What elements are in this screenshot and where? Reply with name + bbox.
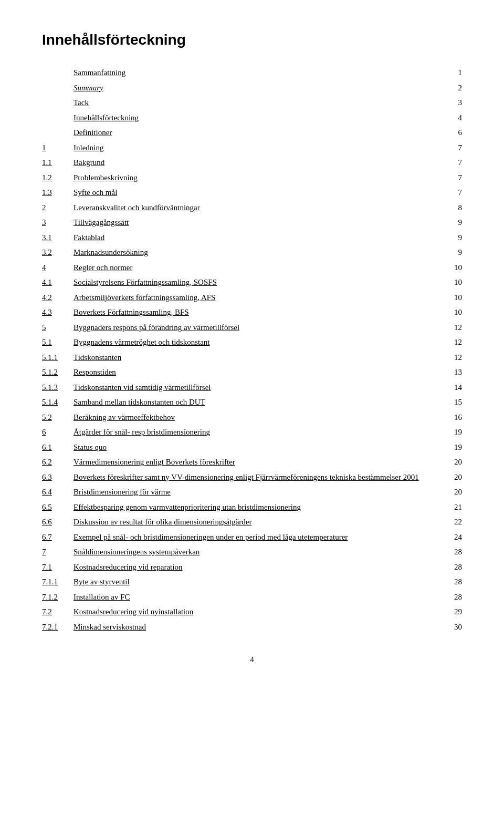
toc-page: 12 — [441, 320, 462, 335]
toc-number: 6.3 — [42, 470, 74, 485]
toc-title[interactable]: Kostnadsreducering vid reparation — [74, 560, 441, 575]
toc-title[interactable]: Faktablad — [74, 230, 441, 245]
toc-number: 3.2 — [42, 245, 74, 260]
toc-number: 1.3 — [42, 185, 74, 200]
toc-number: 6.4 — [42, 484, 74, 500]
toc-page: 28 — [441, 560, 462, 575]
toc-number: 5.1.4 — [42, 395, 74, 410]
toc-page: 9 — [441, 215, 462, 230]
toc-page: 3 — [441, 95, 462, 110]
list-item: 6.5Effektbesparing genom varmvattenprior… — [42, 500, 462, 515]
toc-page: 20 — [441, 484, 462, 500]
list-item: 6Åtgärder för snål- resp bristdimensione… — [42, 425, 462, 440]
toc-title[interactable]: Arbetsmiljöverkets författningssamling, … — [74, 290, 441, 305]
list-item: 7Snåldimensioneringens systempåverkan28 — [42, 544, 462, 560]
toc-number — [42, 95, 74, 110]
toc-number: 6.7 — [42, 530, 74, 545]
toc-number: 1 — [42, 140, 74, 156]
toc-number: 6 — [42, 425, 74, 440]
toc-page: 7 — [441, 185, 462, 200]
toc-title[interactable]: Summary — [74, 80, 441, 96]
toc-page: 14 — [441, 380, 462, 395]
list-item: 5.1.2Responstiden13 — [42, 365, 462, 380]
toc-title[interactable]: Tack — [74, 95, 441, 110]
toc-page: 9 — [441, 245, 462, 260]
toc-number: 4.1 — [42, 275, 74, 290]
list-item: 1.3Syfte och mål7 — [42, 185, 462, 200]
toc-number: 5.1 — [42, 335, 74, 350]
toc-title[interactable]: Snåldimensioneringens systempåverkan — [74, 544, 441, 560]
toc-title[interactable]: Marknadsundersökning — [74, 245, 441, 260]
toc-page: 6 — [441, 125, 462, 140]
toc-title[interactable]: Tidskonstanten — [74, 350, 441, 365]
toc-page: 19 — [441, 425, 462, 440]
list-item: 6.4Bristdimensionering för värme20 — [42, 484, 462, 500]
toc-title[interactable]: Diskussion av resultat för olika dimensi… — [74, 514, 441, 530]
toc-title[interactable]: Åtgärder för snål- resp bristdimensioner… — [74, 425, 441, 440]
toc-number: 6.1 — [42, 440, 74, 455]
toc-page: 28 — [441, 590, 462, 605]
toc-title[interactable]: Inledning — [74, 140, 441, 156]
toc-title[interactable]: Beräkning av värmeeffektbehov — [74, 410, 441, 425]
list-item: 4.3Boverkets Författningssamling, BFS10 — [42, 305, 462, 320]
list-item: 3.1Faktablad9 — [42, 230, 462, 245]
list-item: 2Leveranskvalitet och kundförväntningar8 — [42, 200, 462, 215]
toc-title[interactable]: Boverkets Författningssamling, BFS — [74, 305, 441, 320]
toc-title[interactable]: Byte av styrventil — [74, 574, 441, 590]
toc-page: 10 — [441, 275, 462, 290]
toc-title[interactable]: Socialstyrelsens Författningssamling, SO… — [74, 275, 441, 290]
toc-title[interactable]: Byggnadens värmetröghet och tidskonstant — [74, 335, 441, 350]
toc-number: 5.1.2 — [42, 365, 74, 380]
toc-title[interactable]: Definitioner — [74, 125, 441, 140]
toc-number: 7.2.1 — [42, 620, 74, 635]
list-item: Innehållsförteckning4 — [42, 110, 462, 126]
toc-title[interactable]: Bristdimensionering för värme — [74, 484, 441, 500]
toc-number: 4.2 — [42, 290, 74, 305]
toc-page: 20 — [441, 455, 462, 470]
toc-title[interactable]: Tillvägagångssätt — [74, 215, 441, 230]
toc-number: 5.1.3 — [42, 380, 74, 395]
toc-number: 7 — [42, 544, 74, 560]
toc-title[interactable]: Tidskonstanten vid samtidig värmetillför… — [74, 380, 441, 395]
list-item: Definitioner6 — [42, 125, 462, 140]
toc-title[interactable]: Sammanfattning — [74, 65, 441, 80]
toc-number: 3.1 — [42, 230, 74, 245]
list-item: 7.2.1Minskad serviskostnad30 — [42, 620, 462, 635]
toc-title[interactable]: Leveranskvalitet och kundförväntningar — [74, 200, 441, 215]
toc-title[interactable]: Installation av FC — [74, 590, 441, 605]
toc-title[interactable]: Bakgrund — [74, 155, 441, 170]
toc-page: 2 — [441, 80, 462, 96]
toc-page: 29 — [441, 604, 462, 620]
toc-number: 7.1.2 — [42, 590, 74, 605]
list-item: 4Regler och normer10 — [42, 260, 462, 275]
toc-title[interactable]: Status quo — [74, 440, 441, 455]
toc-title[interactable]: Samband mellan tidskonstanten och DUT — [74, 395, 441, 410]
toc-title[interactable]: Kostnadsreducering vid nyinstallation — [74, 604, 441, 620]
toc-title[interactable]: Regler och normer — [74, 260, 441, 275]
toc-title[interactable]: Boverkets föreskrifter samt ny VV-dimens… — [74, 470, 441, 485]
toc-page: 10 — [441, 260, 462, 275]
toc-number: 7.1 — [42, 560, 74, 575]
toc-title[interactable]: Minskad serviskostnad — [74, 620, 441, 635]
list-item: 6.1Status quo19 — [42, 440, 462, 455]
toc-title[interactable]: Syfte och mål — [74, 185, 441, 200]
list-item: 6.3Boverkets föreskrifter samt ny VV-dim… — [42, 470, 462, 485]
toc-title[interactable]: Problembeskrivning — [74, 170, 441, 185]
toc-title[interactable]: Byggnaders respons på förändring av värm… — [74, 320, 441, 335]
toc-title[interactable]: Responstiden — [74, 365, 441, 380]
toc-page: 13 — [441, 365, 462, 380]
toc-page: 12 — [441, 350, 462, 365]
toc-title[interactable]: Effektbesparing genom varmvattenpriorite… — [74, 500, 441, 515]
toc-page: 4 — [441, 110, 462, 126]
list-item: 3.2Marknadsundersökning9 — [42, 245, 462, 260]
toc-page: 10 — [441, 290, 462, 305]
list-item: 1Inledning7 — [42, 140, 462, 156]
toc-number: 4 — [42, 260, 74, 275]
toc-title[interactable]: Innehållsförteckning — [74, 110, 441, 126]
list-item: 6.7Exempel på snål- och bristdimensioner… — [42, 530, 462, 545]
toc-number: 5 — [42, 320, 74, 335]
toc-page: 7 — [441, 155, 462, 170]
toc-title[interactable]: Värmedimensionering enligt Boverkets för… — [74, 455, 441, 470]
toc-page: 7 — [441, 170, 462, 185]
toc-title[interactable]: Exempel på snål- och bristdimensionering… — [74, 530, 441, 545]
